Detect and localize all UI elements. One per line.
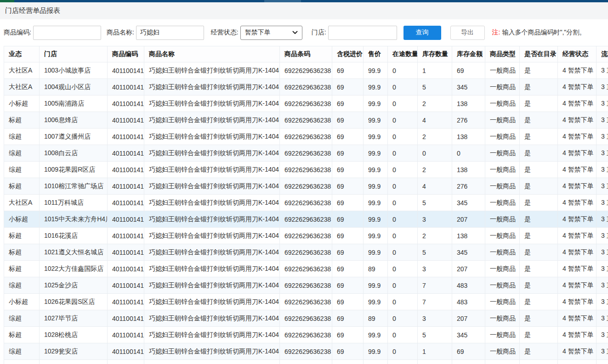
table-row[interactable]: 综超1029瓮安店401100141巧媳妇王朝锌合金锻打剑纹斩切两用刀K-140… xyxy=(4,343,608,360)
table-cell: 是 xyxy=(520,228,558,244)
query-button[interactable]: 查询 xyxy=(403,26,441,40)
table-cell: 3 直送 xyxy=(597,62,608,79)
table-row[interactable]: 大社区A1003小城故事店401100141巧媳妇王朝锌合金锻打剑纹斩切两用刀K… xyxy=(4,62,608,79)
table-cell: 401100141 xyxy=(108,145,144,162)
table-cell: 3 直送 xyxy=(597,294,608,310)
table-cell: 4 暂禁下单 xyxy=(558,343,597,360)
table-row[interactable]: 大社区A1011万科城店401100141巧媳妇王朝锌合金锻打剑纹斩切两用刀K-… xyxy=(4,195,608,211)
table-cell: 483 xyxy=(452,294,485,310)
table-cell: 207 xyxy=(452,211,485,228)
table-row[interactable]: 标超1021遵义大恒名城店401100141巧媳妇王朝锌合金锻打剑纹斩切两用刀K… xyxy=(4,244,608,261)
table-cell: 69 xyxy=(332,343,364,360)
filter-bar: 商品编码: 商品名称: 经营状态: 暂禁下单 门店: 查询 导出 注:输入多个商… xyxy=(0,19,608,46)
table-row[interactable]: 标超1022大方佳鑫国际店401100141巧媳妇王朝锌合金锻打剑纹斩切两用刀K… xyxy=(4,261,608,277)
table-cell: 是 xyxy=(520,178,558,195)
table-row[interactable]: 标超1028松桃店401100141巧媳妇王朝锌合金锻打剑纹斩切两用刀K-140… xyxy=(4,327,608,343)
table-cell: 一般商品 xyxy=(485,343,520,360)
table-cell: 4 暂禁下单 xyxy=(558,310,597,327)
table-cell: 小标超 xyxy=(4,95,40,112)
table-cell: 1026花果园S区店 xyxy=(40,294,108,310)
table-cell: 1007遵义播州店 xyxy=(40,129,108,145)
table-cell: 一般商品 xyxy=(485,178,520,195)
store-input[interactable] xyxy=(328,26,397,40)
table-row[interactable]: 标超1010榕江常驰广场店401100141巧媳妇王朝锌合金锻打剑纹斩切两用刀K… xyxy=(4,178,608,195)
table-cell: 6922629636238 xyxy=(280,162,332,178)
table-cell: 69 xyxy=(332,162,364,178)
table-cell: 401100141 xyxy=(108,211,144,228)
note-text: 输入多个商品编码时","分割。 xyxy=(502,28,585,36)
table-row[interactable]: 综超1027毕节店401100141巧媳妇王朝锌合金锻打剑纹斩切两用刀K-140… xyxy=(4,310,608,327)
column-header: 库存数量 xyxy=(418,46,452,62)
table-cell: 1015中天未来方舟H4店 xyxy=(40,211,108,228)
table-cell: 大社区A xyxy=(4,195,40,211)
table-cell: 4 xyxy=(418,178,452,195)
table-cell: 69 xyxy=(332,145,364,162)
table-cell: 4 暂禁下单 xyxy=(558,162,597,178)
note: 注:输入多个商品编码时","分割。 xyxy=(492,28,586,37)
table-cell: 6922629636238 xyxy=(280,178,332,195)
table-cell: 99.9 xyxy=(364,129,388,145)
table-cell xyxy=(364,360,388,364)
table-cell: 401100141 xyxy=(108,294,144,310)
table-cell: 69 xyxy=(332,310,364,327)
table-cell: 7 xyxy=(418,277,452,294)
title-bar: 门店经营单品报表 xyxy=(0,2,608,19)
table-cell: 401100141 xyxy=(108,79,144,95)
table-scroll-area[interactable]: 业态门店商品编码商品名称商品条码含税进价售价在途数量库存数量库存金额商品类型是否… xyxy=(4,46,608,364)
product-name-label: 商品名称: xyxy=(107,28,134,37)
table-header-row: 业态门店商品编码商品名称商品条码含税进价售价在途数量库存数量库存金额商品类型是否… xyxy=(4,46,608,62)
table-cell: 3 直送 xyxy=(597,228,608,244)
table-cell: 3 直送 xyxy=(597,129,608,145)
table-cell: 99.9 xyxy=(364,145,388,162)
table-header: 业态门店商品编码商品名称商品条码含税进价售价在途数量库存数量库存金额商品类型是否… xyxy=(4,46,608,62)
table-cell: 6922629636238 xyxy=(280,343,332,360)
table-row[interactable]: 小标超1026花果园S区店401100141巧媳妇王朝锌合金锻打剑纹斩切两用刀K… xyxy=(4,294,608,310)
table-cell: 6922629636238 xyxy=(280,310,332,327)
table-cell: 1004观山小区店 xyxy=(40,79,108,95)
table-cell: 99.9 xyxy=(364,244,388,261)
table-cell: 6922629636238 xyxy=(280,277,332,294)
product-code-input[interactable] xyxy=(33,26,101,40)
table-cell: 276 xyxy=(452,112,485,129)
column-header: 售价 xyxy=(364,46,388,62)
table-cell: 345 xyxy=(452,195,485,211)
table-cell: 345 xyxy=(452,79,485,95)
table-cell: 401100141 xyxy=(108,95,144,112)
table-row[interactable]: 综超1009花果园R区店401100141巧媳妇王朝锌合金锻打剑纹斩切两用刀K-… xyxy=(4,162,608,178)
table-cell: 4 暂禁下单 xyxy=(558,145,597,162)
table-cell: 标超 xyxy=(4,228,40,244)
export-button[interactable]: 导出 xyxy=(450,26,485,40)
table-cell: 69 xyxy=(332,261,364,277)
table-cell: 99.9 xyxy=(364,162,388,178)
table-cell: 401100141 xyxy=(108,162,144,178)
table-row[interactable]: 大社区A1004观山小区店401100141巧媳妇王朝锌合金锻打剑纹斩切两用刀K… xyxy=(4,79,608,95)
column-header: 业态 xyxy=(4,46,40,62)
table-cell: 巧媳妇王朝锌合金锻打剑纹斩切两用刀K-1404K xyxy=(144,79,280,95)
table-cell: 巧媳妇王朝锌合金锻打剑纹斩切两用刀K-1404K xyxy=(144,211,280,228)
table-cell: 89 xyxy=(364,261,388,277)
product-name-input[interactable] xyxy=(136,26,204,40)
table-cell: 大社区A xyxy=(4,62,40,79)
table-cell: 1016花溪店 xyxy=(40,228,108,244)
table-cell: 2 xyxy=(418,162,452,178)
table-row[interactable]: 综超1025金沙店401100141巧媳妇王朝锌合金锻打剑纹斩切两用刀K-140… xyxy=(4,277,608,294)
table-row[interactable]: 小标超1015中天未来方舟H4店401100141巧媳妇王朝锌合金锻打剑纹斩切两… xyxy=(4,211,608,228)
table-row[interactable]: 标超1016花溪店401100141巧媳妇王朝锌合金锻打剑纹斩切两用刀K-140… xyxy=(4,228,608,244)
table-cell: 401100141 xyxy=(108,343,144,360)
table-row-partial xyxy=(4,360,608,364)
table-cell xyxy=(144,360,280,364)
table-row[interactable]: 综超1007遵义播州店401100141巧媳妇王朝锌合金锻打剑纹斩切两用刀K-1… xyxy=(4,129,608,145)
table-cell xyxy=(388,360,418,364)
table-cell: 401100141 xyxy=(108,327,144,343)
report-table: 业态门店商品编码商品名称商品条码含税进价售价在途数量库存数量库存金额商品类型是否… xyxy=(4,46,608,364)
table-row[interactable]: 标超1006息烽店401100141巧媳妇王朝锌合金锻打剑纹斩切两用刀K-140… xyxy=(4,112,608,129)
column-header: 是否在目录 xyxy=(520,46,558,62)
table-cell: 4 暂禁下单 xyxy=(558,277,597,294)
table-cell: 69 xyxy=(332,178,364,195)
table-cell: 4 暂禁下单 xyxy=(558,244,597,261)
table-cell: 5 xyxy=(418,79,452,95)
table-cell: 是 xyxy=(520,195,558,211)
status-select[interactable]: 暂禁下单 xyxy=(240,26,302,40)
table-row[interactable]: 小标超1005南浦路店401100141巧媳妇王朝锌合金锻打剑纹斩切两用刀K-1… xyxy=(4,95,608,112)
table-row[interactable]: 综超1008白云店401100141巧媳妇王朝锌合金锻打剑纹斩切两用刀K-140… xyxy=(4,145,608,162)
